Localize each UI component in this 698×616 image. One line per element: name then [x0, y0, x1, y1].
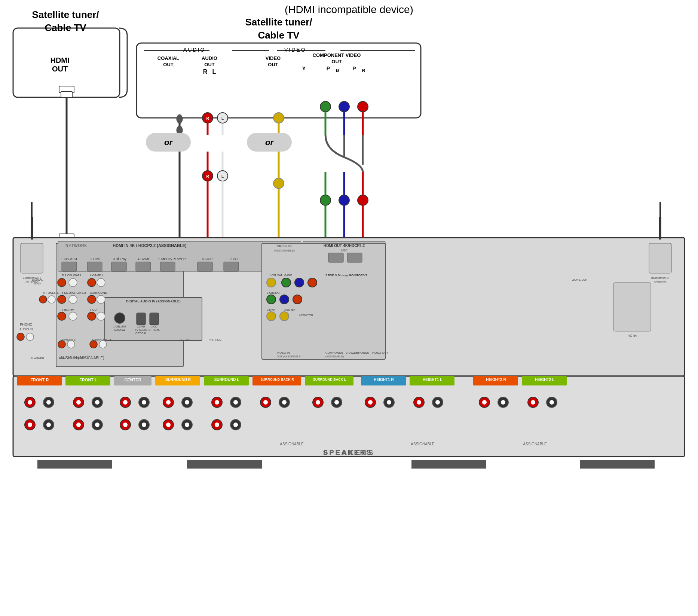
svg-text:2 DVD   3 Blu-ray   MONITOR/V2: 2 DVD 3 Blu-ray MONITOR/V2 — [325, 274, 367, 277]
svg-rect-32 — [247, 133, 292, 152]
svg-text:3 Blu-ray: 3 Blu-ray — [62, 308, 74, 311]
svg-text:6 AUX2: 6 AUX2 — [202, 257, 214, 261]
svg-point-131 — [166, 423, 171, 427]
svg-point-167 — [58, 278, 66, 287]
svg-point-182 — [88, 312, 96, 320]
svg-rect-62 — [13, 376, 685, 457]
svg-point-93 — [233, 400, 238, 405]
svg-rect-144 — [411, 460, 486, 469]
svg-text:VIDEO IN: VIDEO IN — [277, 244, 292, 248]
spk-height1-r-label: HEIGHT1 R — [362, 377, 406, 382]
svg-text:2 DVD: 2 DVD — [137, 325, 145, 328]
svg-point-103 — [368, 400, 373, 405]
svg-point-210 — [295, 278, 304, 287]
svg-text:COAXIAL: COAXIAL — [114, 329, 125, 331]
svg-point-128 — [139, 420, 149, 430]
svg-text:(ASSIGNABLE): (ASSIGNABLE) — [325, 355, 344, 358]
svg-point-219 — [280, 312, 289, 321]
svg-point-124 — [92, 420, 102, 430]
svg-rect-9 — [59, 234, 74, 241]
svg-text:L: L — [221, 174, 224, 179]
svg-text:ASSIGNABLE: ASSIGNABLE — [411, 442, 435, 446]
svg-rect-143 — [187, 460, 262, 469]
svg-rect-161 — [224, 262, 239, 271]
svg-rect-165 — [347, 253, 362, 262]
svg-point-92 — [230, 397, 241, 408]
svg-text:VIDEO IN: VIDEO IN — [277, 351, 290, 354]
svg-text:ANTENNA: ANTENNA — [25, 280, 38, 283]
svg-point-40 — [358, 101, 368, 112]
svg-text:R: R — [206, 174, 209, 179]
svg-point-235 — [26, 333, 34, 341]
svg-point-86 — [163, 397, 174, 408]
svg-point-114 — [528, 397, 538, 408]
svg-text:7 CD: 7 CD — [230, 257, 238, 261]
svg-rect-238 — [613, 283, 651, 331]
svg-point-174 — [69, 295, 77, 304]
svg-text:AUDIO IN (ASSIGNABLE): AUDIO IN (ASSIGNABLE) — [60, 356, 104, 360]
svg-text:ANTENNA: ANTENNA — [654, 280, 667, 283]
svg-text:OPTICAL: OPTICAL — [149, 329, 160, 331]
svg-rect-14 — [146, 133, 191, 152]
svg-rect-160 — [198, 262, 212, 271]
spk-height2-r-label: HEIGHT2 R — [474, 377, 518, 382]
svg-text:4 GAME: 4 GAME — [138, 257, 150, 261]
svg-point-13 — [177, 126, 183, 135]
svg-text:3 Blu-ray: 3 Blu-ray — [113, 257, 127, 261]
svg-point-112 — [498, 397, 508, 408]
svg-text:ASSIGNABLE: ASSIGNABLE — [523, 442, 547, 446]
spk-height1-l-label: HEIGHT1 L — [410, 377, 454, 382]
svg-text:COMPONENT VIDEO OUT: COMPONENT VIDEO OUT — [352, 351, 388, 354]
svg-rect-145 — [580, 460, 655, 469]
svg-point-179 — [58, 312, 66, 320]
svg-rect-157 — [111, 262, 126, 271]
svg-text:OPTICAL: OPTICAL — [135, 332, 147, 335]
svg-point-127 — [123, 423, 128, 427]
svg-point-45 — [339, 195, 349, 205]
svg-text:5 MEDIA  PLAYER: 5 MEDIA PLAYER — [62, 291, 86, 295]
audio-section-label: AUDIO — [183, 47, 205, 53]
svg-text:OUT (ASSIGNABLE): OUT (ASSIGNABLE) — [277, 355, 301, 358]
svg-point-234 — [17, 333, 24, 341]
svg-text:NETWORK: NETWORK — [65, 244, 87, 248]
svg-point-84 — [139, 397, 149, 408]
svg-point-132 — [182, 420, 192, 430]
svg-text:2 DVD: 2 DVD — [267, 308, 275, 311]
svg-rect-55 — [105, 298, 202, 341]
svg-text:ARC: ARC — [340, 248, 348, 252]
svg-point-130 — [163, 420, 174, 430]
svg-point-213 — [267, 295, 276, 304]
svg-text:5 MEDIA PLAYER: 5 MEDIA PLAYER — [159, 257, 186, 261]
svg-point-125 — [95, 423, 100, 427]
svg-point-122 — [73, 420, 84, 430]
svg-point-34 — [273, 178, 284, 189]
svg-point-180 — [69, 312, 77, 320]
svg-point-231 — [48, 296, 55, 303]
svg-rect-1 — [137, 43, 421, 118]
svg-point-99 — [316, 400, 320, 405]
svg-point-26 — [217, 171, 228, 181]
svg-text:2 CD: 2 CD — [151, 325, 157, 328]
svg-rect-50 — [13, 238, 685, 376]
svg-text:1 CBL/SAT: 1 CBL/SAT — [61, 257, 78, 261]
svg-point-120 — [43, 420, 54, 430]
svg-point-115 — [531, 400, 535, 405]
svg-text:MONITOR: MONITOR — [299, 314, 313, 317]
svg-text:3 Blu-ray: 3 Blu-ray — [284, 308, 295, 311]
svg-text:FLASHER: FLASHER — [31, 357, 45, 360]
svg-text:L: L — [221, 116, 224, 121]
svg-point-105 — [387, 400, 391, 405]
video-section-label: VIDEO — [284, 47, 306, 53]
svg-text:RS-232C: RS-232C — [209, 338, 222, 341]
svg-text:HDMI OUT 4K/HDCP2.2: HDMI OUT 4K/HDCP2.2 — [324, 244, 365, 248]
svg-point-136 — [230, 420, 241, 430]
svg-text:REMOTE CONTROL: REMOTE CONTROL — [59, 357, 87, 360]
svg-point-24 — [202, 171, 213, 181]
svg-point-188 — [67, 341, 75, 348]
main-diagram: or R L R L or — [0, 0, 698, 616]
svg-point-135 — [215, 423, 219, 427]
svg-text:or: or — [164, 138, 173, 147]
svg-rect-164 — [328, 253, 343, 262]
svg-point-107 — [417, 400, 421, 405]
spk-surround-back-l-label: SURROUND BACK L — [306, 377, 353, 382]
